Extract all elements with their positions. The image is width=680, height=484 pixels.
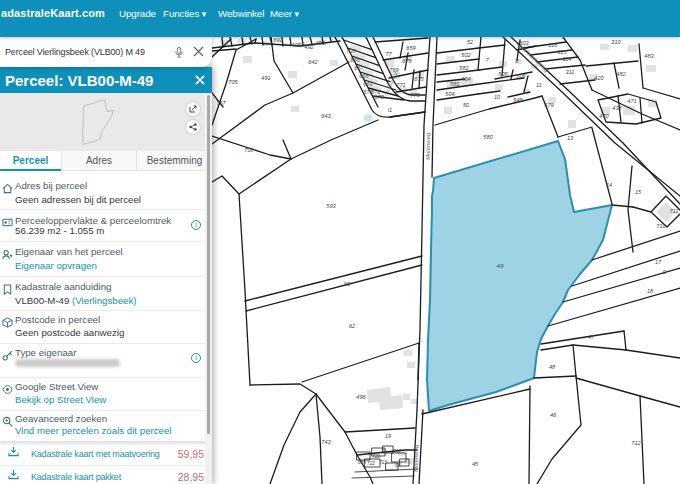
svg-text:13: 13 [567,135,574,141]
svg-text:593: 593 [326,203,336,209]
svg-text:743: 743 [321,439,331,445]
svg-text:52: 52 [467,39,474,45]
svg-text:Molenweg: Molenweg [413,444,419,472]
svg-text:685: 685 [358,460,366,465]
svg-text:708: 708 [244,147,254,153]
svg-text:582: 582 [459,65,469,71]
svg-text:548: 548 [513,97,523,103]
svg-text:14: 14 [606,182,612,188]
svg-text:496: 496 [356,394,366,400]
svg-text:48: 48 [549,364,556,370]
svg-text:438: 438 [612,105,622,111]
svg-text:643: 643 [321,113,331,119]
svg-text:705: 705 [228,79,238,85]
svg-text:771: 771 [396,82,405,88]
svg-text:711: 711 [670,208,679,214]
svg-text:420: 420 [594,75,604,81]
svg-text:723: 723 [379,460,387,465]
svg-text:10: 10 [494,94,501,100]
svg-text:667: 667 [354,65,364,71]
svg-text:773: 773 [410,92,420,98]
svg-text:l1: l1 [388,107,392,113]
svg-text:580: 580 [483,134,493,140]
svg-text:738: 738 [346,48,356,54]
svg-text:471: 471 [627,98,636,104]
svg-text:504: 504 [445,91,454,97]
svg-text:114: 114 [563,56,572,62]
svg-text:642: 642 [308,59,318,65]
svg-text:47: 47 [588,334,595,340]
svg-text:506: 506 [516,73,526,79]
svg-text:717: 717 [393,449,401,454]
svg-text:581: 581 [450,81,459,87]
svg-text:712: 712 [631,440,641,446]
svg-text:404: 404 [461,76,470,82]
svg-text:675: 675 [414,76,424,82]
svg-text:482: 482 [616,71,626,77]
svg-text:46: 46 [550,412,557,418]
svg-text:676: 676 [402,58,412,64]
svg-text:115: 115 [558,49,568,55]
svg-text:19: 19 [385,433,391,439]
svg-text:311: 311 [566,69,575,75]
svg-text:'77: '77 [384,51,392,57]
svg-text:502: 502 [461,52,471,58]
svg-text:579: 579 [544,102,553,108]
svg-text:45: 45 [472,461,479,467]
svg-text:49: 49 [497,262,504,269]
svg-text:470: 470 [599,113,609,119]
svg-text:505: 505 [498,71,508,77]
svg-text:11: 11 [536,82,542,88]
svg-text:62: 62 [349,323,356,329]
svg-text:666: 666 [350,57,360,63]
svg-text:493: 493 [315,40,325,46]
svg-text:669: 669 [363,81,372,87]
svg-text:659: 659 [406,45,415,51]
svg-text:492: 492 [304,44,314,50]
svg-text:722: 722 [367,461,375,466]
svg-text:720: 720 [372,454,380,459]
svg-text:491: 491 [261,75,270,81]
svg-text:692: 692 [273,37,283,43]
svg-text:50: 50 [463,102,470,108]
svg-text:17: 17 [655,259,662,265]
svg-text:757: 757 [216,100,226,106]
svg-text:116: 116 [549,42,559,48]
svg-text:66: 66 [395,463,401,468]
svg-text:71: 71 [381,449,387,454]
svg-text:668: 668 [359,73,369,79]
svg-text:483: 483 [644,53,654,59]
svg-text:18: 18 [647,288,654,294]
svg-text:710: 710 [656,223,666,229]
svg-text:60: 60 [344,281,351,287]
svg-text:310: 310 [611,39,621,45]
svg-text:Molenweg: Molenweg [425,132,431,160]
svg-text:15: 15 [635,189,642,195]
svg-text:490: 490 [291,42,301,48]
